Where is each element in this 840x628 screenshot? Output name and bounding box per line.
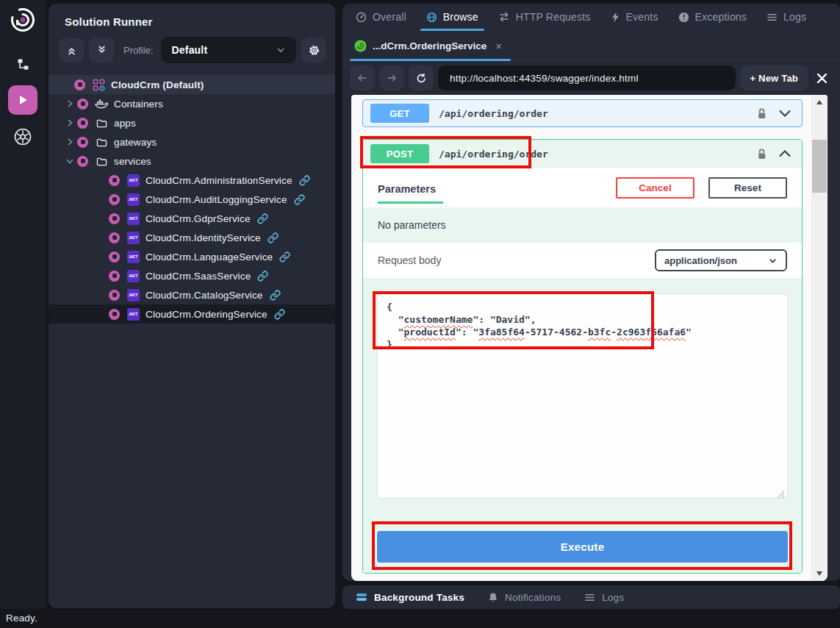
service-status-icon [109, 309, 120, 320]
tab-exceptions[interactable]: Exceptions [678, 4, 747, 30]
tab-overall[interactable]: Overall [356, 4, 406, 30]
refresh-button[interactable] [409, 65, 434, 90]
tree-item-label: CloudCrm.OrderingService [146, 309, 268, 320]
tree-item-services[interactable]: services [49, 151, 335, 171]
textarea-resize-handle[interactable] [777, 490, 785, 499]
open-link-icon[interactable] [279, 251, 290, 263]
request-body-editor[interactable]: { "customerName": "David", "productId": … [377, 293, 788, 499]
browser-toolbar: + New Tab [342, 61, 840, 95]
service-status-icon [109, 194, 120, 205]
tab-logs[interactable]: Logs [767, 4, 806, 30]
auth-lock-icon[interactable] [756, 148, 767, 160]
app-logo-icon [9, 6, 37, 34]
url-input[interactable] [438, 65, 736, 90]
solution-grid-icon [90, 79, 107, 91]
swagger-page: GET /api/ordering/order POST /api/orderi… [351, 95, 828, 581]
service-status-icon [77, 118, 88, 129]
bottom-bar-label: Background Tasks [374, 592, 464, 603]
close-tab-icon[interactable]: × [495, 40, 502, 52]
tab-label: HTTP Requests [516, 11, 591, 23]
service-status-icon [109, 232, 120, 243]
tree-item-label: CloudCrm.LanguageService [146, 251, 273, 263]
speedometer-icon [356, 12, 367, 23]
profile-select[interactable]: Default [161, 37, 296, 63]
new-tab-button[interactable]: + New Tab [740, 65, 809, 90]
dotnet-icon: .NET [125, 232, 141, 244]
tree-item-label: apps [114, 118, 136, 129]
bottom-bar-label: Logs [602, 592, 624, 603]
swagger-scrollbar[interactable] [811, 95, 828, 581]
get-order-endpoint[interactable]: GET /api/ordering/order [362, 99, 803, 127]
service-status-icon [77, 156, 88, 167]
open-link-icon[interactable] [294, 194, 305, 205]
chevron-down-icon[interactable] [62, 157, 77, 165]
chevron-down-icon [276, 45, 286, 55]
collapse-all-button[interactable] [59, 38, 84, 63]
tree-item-cloudcrm-languageservice[interactable]: .NETCloudCrm.LanguageService [49, 247, 335, 266]
dotnet-icon: .NET [125, 251, 141, 263]
service-status-icon [109, 175, 120, 186]
tab-browse[interactable]: Browse [426, 4, 478, 30]
solution-runner-panel: Solution Runner Profile: Default CloudCr… [49, 4, 335, 608]
tab-http-requests[interactable]: HTTP Requests [498, 4, 591, 30]
dotnet-icon: .NET [125, 193, 141, 206]
close-all-tabs-icon[interactable] [816, 72, 828, 85]
get-endpoint-path: /api/ordering/order [439, 108, 548, 119]
tree-item-cloudcrm-catalogservice[interactable]: .NETCloudCrm.CatalogService [49, 285, 335, 304]
tree-item-gateways[interactable]: gateways [49, 132, 335, 151]
request-body-label: Request body [378, 254, 441, 266]
tree-item-containers[interactable]: Containers [49, 94, 335, 113]
tree-item-cloudcrm-auditloggingservice[interactable]: .NETCloudCrm.AuditLoggingService [49, 190, 335, 209]
scroll-up-arrow[interactable] [811, 100, 828, 104]
solution-tree-nav-button[interactable] [8, 50, 37, 79]
content-type-select[interactable]: application/json [655, 249, 787, 271]
kubernetes-nav-button[interactable] [8, 122, 37, 151]
tree-item-cloudcrm-saasservice[interactable]: .NETCloudCrm.SaasService [49, 266, 335, 285]
chevron-down-icon[interactable] [778, 109, 791, 118]
cancel-button[interactable]: Cancel [616, 177, 694, 199]
open-link-icon[interactable] [257, 271, 268, 282]
tree-item-label: gateways [114, 137, 157, 148]
service-status-icon [109, 271, 120, 282]
dotnet-icon: .NET [125, 174, 141, 187]
browser-tab-orderingservice[interactable]: ...dCrm.OrderingService × [353, 31, 508, 60]
chevron-down-icon [768, 256, 778, 265]
tree-item-cloudcrm-orderingservice[interactable]: .NETCloudCrm.OrderingService [49, 304, 335, 324]
tree-item-label: CloudCrm.GdprService [146, 213, 251, 224]
folder-icon [93, 157, 110, 166]
chevron-up-icon[interactable] [778, 149, 791, 158]
bottom-bar-logs[interactable]: Logs [584, 592, 624, 603]
tree-item-cloudcrm-identityservice[interactable]: .NETCloudCrm.IdentityService [49, 228, 335, 247]
open-link-icon[interactable] [299, 175, 310, 186]
open-link-icon[interactable] [270, 290, 281, 301]
tree-item-cloudcrm-administrationservice[interactable]: .NETCloudCrm.AdministrationService [49, 171, 335, 190]
auth-lock-icon[interactable] [756, 107, 767, 120]
service-status-icon [109, 251, 120, 263]
chevron-right-icon[interactable] [62, 99, 77, 108]
get-method-badge: GET [370, 104, 429, 123]
tab-events[interactable]: Events [611, 4, 658, 30]
run-nav-button[interactable] [8, 85, 37, 115]
tree-item-cloudcrm-default-[interactable]: CloudCrm (Default) [49, 75, 335, 94]
bottom-bar-background-tasks[interactable]: Background Tasks [356, 592, 464, 603]
back-button[interactable] [350, 65, 375, 90]
dotnet-icon: .NET [125, 308, 141, 321]
tree-item-cloudcrm-gdprservice[interactable]: .NETCloudCrm.GdprService [49, 209, 335, 228]
dotnet-icon: .NET [125, 213, 141, 225]
expand-all-button[interactable] [89, 38, 114, 63]
profile-settings-button[interactable] [301, 38, 326, 63]
chevron-right-icon[interactable] [62, 118, 77, 127]
execute-button[interactable]: Execute [377, 531, 788, 563]
tree-item-apps[interactable]: apps [49, 113, 335, 132]
open-link-icon[interactable] [274, 309, 285, 320]
reset-button[interactable]: Reset [708, 177, 787, 199]
forward-button[interactable] [379, 65, 404, 90]
scroll-down-arrow[interactable] [811, 571, 828, 576]
open-link-icon[interactable] [257, 213, 268, 224]
post-order-endpoint[interactable]: POST /api/ordering/order [363, 140, 802, 168]
tree-item-label: Containers [114, 99, 163, 110]
open-link-icon[interactable] [268, 232, 279, 243]
bottom-bar-notifications[interactable]: Notifications [488, 592, 561, 603]
chevron-right-icon[interactable] [62, 138, 77, 146]
scrollbar-thumb[interactable] [812, 140, 827, 193]
